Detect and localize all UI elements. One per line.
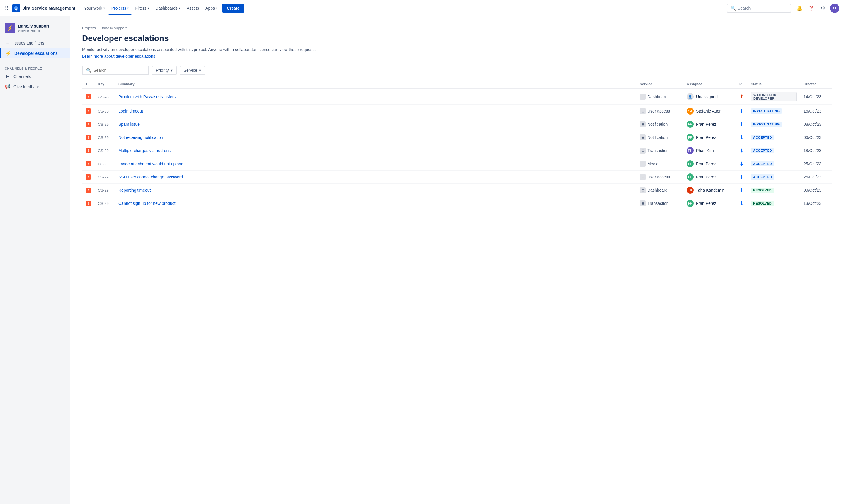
status-badge: ACCEPTED bbox=[751, 174, 774, 180]
type-icon: ! bbox=[86, 135, 91, 140]
cell-key: CS-30 bbox=[94, 105, 115, 118]
issue-link[interactable]: Problem with Paywise transfers bbox=[119, 94, 176, 99]
create-button[interactable]: Create bbox=[222, 4, 245, 13]
service-icon: ⊞ bbox=[640, 108, 646, 114]
sidebar-item-issues-filters[interactable]: ≡ Issues and filters bbox=[0, 38, 70, 48]
table-row: ! CS-29 Image attachment would not uploa… bbox=[82, 157, 832, 170]
issue-link[interactable]: Cannot sign up for new product bbox=[119, 201, 176, 206]
chevron-down-icon: ▾ bbox=[170, 68, 173, 73]
nav-projects[interactable]: Projects ▾ bbox=[108, 4, 132, 12]
cell-key: CS-29 bbox=[94, 197, 115, 210]
help-button[interactable]: ❓ bbox=[807, 3, 816, 13]
chevron-down-icon: ▾ bbox=[179, 6, 180, 10]
col-header-assignee: Assignee bbox=[683, 80, 736, 89]
issue-link[interactable]: Spam issue bbox=[119, 122, 140, 127]
issue-link[interactable]: Reporting timeout bbox=[119, 188, 151, 193]
channels-icon: 🖥 bbox=[5, 74, 11, 79]
cell-summary[interactable]: Cannot sign up for new product bbox=[115, 197, 636, 210]
service-name: Transaction bbox=[647, 201, 669, 206]
cell-assignee: PK Phan Kim bbox=[683, 144, 736, 157]
nav-assets[interactable]: Assets bbox=[184, 4, 202, 12]
cell-service: ⊞ Notification bbox=[636, 131, 683, 144]
priority-low-icon: ⬇ bbox=[739, 121, 744, 127]
cell-priority: ⬇ bbox=[736, 184, 747, 197]
sidebar-item-give-feedback[interactable]: 📢 Give feedback bbox=[0, 82, 70, 92]
service-name: User access bbox=[647, 175, 670, 179]
cell-assignee: FP Fran Perez bbox=[683, 157, 736, 170]
cell-priority: ⬇ bbox=[736, 197, 747, 210]
assignee-avatar: FP bbox=[687, 121, 694, 128]
cell-summary[interactable]: Login timeout bbox=[115, 105, 636, 118]
learn-more-link[interactable]: Learn more about developer escalations bbox=[82, 54, 155, 59]
col-header-status: Status bbox=[747, 80, 800, 89]
breadcrumb-projects[interactable]: Projects bbox=[82, 26, 96, 30]
issue-link[interactable]: Image attachment would not upload bbox=[119, 161, 183, 166]
service-name: Dashboard bbox=[647, 94, 668, 99]
cell-created: 14/Oct/23 bbox=[800, 89, 832, 105]
cell-service: ⊞ Transaction bbox=[636, 197, 683, 210]
assignee-name: Phan Kim bbox=[696, 148, 714, 153]
cell-summary[interactable]: Reporting timeout bbox=[115, 184, 636, 197]
grid-icon[interactable]: ⠿ bbox=[5, 5, 8, 12]
assignee-avatar: FP bbox=[687, 174, 694, 180]
search-filter[interactable]: 🔍 bbox=[82, 66, 149, 75]
cell-summary[interactable]: Multiple charges via add-ons bbox=[115, 144, 636, 157]
logo[interactable]: Jira Service Management bbox=[12, 4, 75, 12]
sidebar-item-channels[interactable]: 🖥 Channels bbox=[0, 72, 70, 82]
service-icon: ⊞ bbox=[640, 187, 646, 193]
assignee-name: Fran Perez bbox=[696, 201, 716, 206]
cell-priority: ⬇ bbox=[736, 157, 747, 170]
cell-status: INVESTIGATING bbox=[747, 118, 800, 131]
cell-created: 09/Oct/23 bbox=[800, 184, 832, 197]
user-avatar[interactable]: U bbox=[830, 3, 839, 13]
cell-assignee: 👤 Unassigned bbox=[683, 89, 736, 105]
type-icon: ! bbox=[86, 187, 91, 193]
cell-type: ! bbox=[82, 184, 94, 197]
cell-summary[interactable]: Not receiving notification bbox=[115, 131, 636, 144]
cell-summary[interactable]: Image attachment would not upload bbox=[115, 157, 636, 170]
cell-assignee: FP Fran Perez bbox=[683, 131, 736, 144]
cell-summary[interactable]: Spam issue bbox=[115, 118, 636, 131]
service-icon: ⊞ bbox=[640, 148, 646, 154]
service-name: User access bbox=[647, 109, 670, 113]
cell-service: ⊞ Media bbox=[636, 157, 683, 170]
assignee-name: Fran Perez bbox=[696, 135, 716, 140]
issue-link[interactable]: Multiple charges via add-ons bbox=[119, 148, 170, 153]
priority-filter[interactable]: Priority ▾ bbox=[152, 66, 177, 75]
topnav-search[interactable]: 🔍 Search bbox=[727, 4, 791, 13]
app-layout: ⚡ Banc.ly support Service Project ≡ Issu… bbox=[0, 16, 844, 504]
issue-link[interactable]: Login timeout bbox=[119, 109, 143, 113]
search-input[interactable] bbox=[93, 68, 145, 73]
breadcrumb-project-name[interactable]: Banc.ly support bbox=[101, 26, 127, 30]
sidebar-item-developer-escalations[interactable]: ⚡ Developer escalations bbox=[0, 48, 70, 58]
nav-apps[interactable]: Apps ▾ bbox=[202, 4, 220, 12]
table-row: ! CS-29 Spam issue ⊞ Notification FP Fra… bbox=[82, 118, 832, 131]
nav-your-work[interactable]: Your work ▾ bbox=[81, 4, 108, 12]
page-title: Developer escalations bbox=[82, 34, 832, 43]
cell-service: ⊞ User access bbox=[636, 170, 683, 184]
cell-service: ⊞ User access bbox=[636, 105, 683, 118]
assignee-avatar: FP bbox=[687, 134, 694, 141]
cell-assignee: FP Fran Perez bbox=[683, 197, 736, 210]
issues-table: T Key Summary Service Assignee P Status … bbox=[82, 80, 832, 210]
service-icon: ⊞ bbox=[640, 174, 646, 180]
cell-summary[interactable]: Problem with Paywise transfers bbox=[115, 89, 636, 105]
assignee-name: Stefanie Auer bbox=[696, 109, 721, 113]
nav-filters[interactable]: Filters ▾ bbox=[132, 4, 152, 12]
cell-created: 06/Oct/23 bbox=[800, 131, 832, 144]
issue-link[interactable]: Not receiving notification bbox=[119, 135, 163, 140]
nav-dashboards[interactable]: Dashboards ▾ bbox=[153, 4, 183, 12]
chevron-down-icon: ▾ bbox=[127, 6, 129, 10]
channels-people-label: CHANNELS & PEOPLE bbox=[0, 63, 70, 72]
service-icon: ⊞ bbox=[640, 161, 646, 167]
issue-link[interactable]: SSO user cannot change password bbox=[119, 175, 183, 179]
col-header-service: Service bbox=[636, 80, 683, 89]
status-badge: ACCEPTED bbox=[751, 148, 774, 153]
cell-created: 18/Oct/23 bbox=[800, 144, 832, 157]
settings-button[interactable]: ⚙ bbox=[818, 3, 828, 13]
cell-status: ACCEPTED bbox=[747, 131, 800, 144]
service-name: Notification bbox=[647, 135, 668, 140]
notifications-button[interactable]: 🔔 bbox=[795, 3, 804, 13]
cell-summary[interactable]: SSO user cannot change password bbox=[115, 170, 636, 184]
service-filter[interactable]: Service ▾ bbox=[180, 66, 205, 75]
